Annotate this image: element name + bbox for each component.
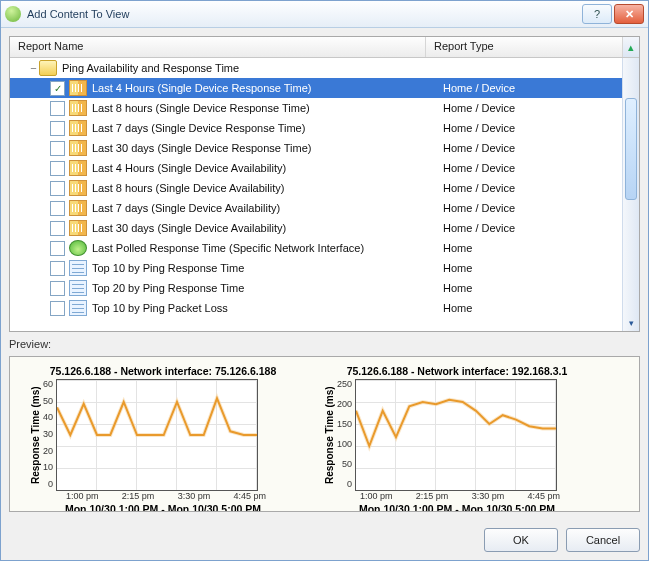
item-type: Home / Device <box>439 182 623 194</box>
list-item[interactable]: Last 8 hours (Single Device Response Tim… <box>10 98 623 118</box>
report-list: Report Name Report Type ▴ −Ping Availabi… <box>9 36 640 332</box>
table-icon <box>69 260 87 276</box>
checkbox[interactable] <box>50 101 65 116</box>
item-type: Home / Device <box>439 102 623 114</box>
chart-icon <box>69 140 87 156</box>
checkbox[interactable] <box>50 201 65 216</box>
list-item[interactable]: Last Polled Response Time (Specific Netw… <box>10 238 623 258</box>
item-type: Home / Device <box>439 142 623 154</box>
table-icon <box>69 300 87 316</box>
list-item[interactable]: Top 10 by Ping Packet LossHome <box>10 298 623 318</box>
vertical-scrollbar[interactable]: ▾ <box>622 58 639 331</box>
chart-icon <box>69 220 87 236</box>
list-item[interactable]: Top 10 by Ping Response TimeHome <box>10 258 623 278</box>
chart-title: 75.126.6.188 - Network interface: 192.16… <box>322 365 592 377</box>
item-type: Home / Device <box>439 162 623 174</box>
list-item[interactable]: Top 20 by Ping Response TimeHome <box>10 278 623 298</box>
ok-button[interactable]: OK <box>484 528 558 552</box>
close-button[interactable]: ✕ <box>614 4 644 24</box>
col-report-type[interactable]: Report Type <box>426 37 623 57</box>
item-label: Last 8 hours (Single Device Response Tim… <box>90 102 439 114</box>
plot-area <box>355 379 557 491</box>
list-item[interactable]: Last 8 hours (Single Device Availability… <box>10 178 623 198</box>
item-type: Home <box>439 302 623 314</box>
list-item[interactable]: Last 7 days (Single Device Response Time… <box>10 118 623 138</box>
col-report-name[interactable]: Report Name <box>10 37 426 57</box>
item-label: Last 8 hours (Single Device Availability… <box>90 182 439 194</box>
column-headers: Report Name Report Type ▴ <box>10 37 639 58</box>
preview-chart: 75.126.6.188 - Network interface: 75.126… <box>28 365 298 512</box>
item-type: Home / Device <box>439 202 623 214</box>
cancel-button[interactable]: Cancel <box>566 528 640 552</box>
checkbox[interactable] <box>50 181 65 196</box>
help-button[interactable]: ? <box>582 4 612 24</box>
folder-row[interactable]: −Ping Availability and Response Time <box>10 58 623 78</box>
item-type: Home / Device <box>439 122 623 134</box>
checkbox[interactable] <box>50 141 65 156</box>
item-type: Home <box>439 282 623 294</box>
chart-icon <box>69 120 87 136</box>
x-axis-ticks: 1:00 pm2:15 pm3:30 pm4:45 pm <box>66 491 266 501</box>
item-label: Last 30 days (Single Device Availability… <box>90 222 439 234</box>
item-type: Home / Device <box>439 222 623 234</box>
y-axis-label: Response Time (ms) <box>322 379 337 491</box>
list-item[interactable]: Last 4 Hours (Single Device Availability… <box>10 158 623 178</box>
item-type: Home <box>439 242 623 254</box>
x-axis-ticks: 1:00 pm2:15 pm3:30 pm4:45 pm <box>360 491 560 501</box>
chart-title: 75.126.6.188 - Network interface: 75.126… <box>28 365 298 377</box>
item-label: Top 10 by Ping Response Time <box>90 262 439 274</box>
plot-area <box>56 379 258 491</box>
tree: −Ping Availability and Response Time✓Las… <box>10 58 639 331</box>
checkbox[interactable] <box>50 281 65 296</box>
button-bar: OK Cancel <box>1 520 648 560</box>
dialog-body: Report Name Report Type ▴ −Ping Availabi… <box>1 28 648 520</box>
folder-label: Ping Availability and Response Time <box>60 62 439 74</box>
scroll-up-icon[interactable]: ▴ <box>623 37 639 57</box>
checkbox[interactable] <box>50 121 65 136</box>
checkbox[interactable] <box>50 161 65 176</box>
item-label: Last 4 Hours (Single Device Response Tim… <box>90 82 439 94</box>
item-label: Last 7 days (Single Device Response Time… <box>90 122 439 134</box>
folder-icon <box>39 60 57 76</box>
item-type: Home <box>439 262 623 274</box>
app-icon <box>5 6 21 22</box>
chart-footer: Mon 10/30 1:00 PM - Mon 10/30 5:00 PM <box>322 503 592 512</box>
scroll-down-icon[interactable]: ▾ <box>623 315 639 331</box>
scrollbar-thumb[interactable] <box>625 98 637 200</box>
preview-label: Preview: <box>9 336 640 352</box>
chart-icon <box>69 100 87 116</box>
chart-icon <box>69 160 87 176</box>
list-item[interactable]: ✓Last 4 Hours (Single Device Response Ti… <box>10 78 623 98</box>
checkbox[interactable] <box>50 301 65 316</box>
checkbox[interactable] <box>50 241 65 256</box>
checkbox[interactable] <box>50 261 65 276</box>
item-label: Last Polled Response Time (Specific Netw… <box>90 242 439 254</box>
collapse-icon[interactable]: − <box>28 62 39 74</box>
item-label: Last 30 days (Single Device Response Tim… <box>90 142 439 154</box>
item-type: Home / Device <box>439 82 623 94</box>
chart-footer: Mon 10/30 1:00 PM - Mon 10/30 5:00 PM <box>28 503 298 512</box>
list-item[interactable]: Last 7 days (Single Device Availability)… <box>10 198 623 218</box>
y-axis-ticks: 6050403020100 <box>43 379 56 489</box>
chart-icon <box>69 180 87 196</box>
item-label: Top 20 by Ping Response Time <box>90 282 439 294</box>
item-label: Last 4 Hours (Single Device Availability… <box>90 162 439 174</box>
gauge-icon <box>69 240 87 256</box>
table-icon <box>69 280 87 296</box>
chart-icon <box>69 200 87 216</box>
y-axis-ticks: 250200150100500 <box>337 379 355 489</box>
add-content-dialog: Add Content To View ? ✕ Report Name Repo… <box>0 0 649 561</box>
y-axis-label: Response Time (ms) <box>28 379 43 491</box>
preview-pane: 75.126.6.188 - Network interface: 75.126… <box>9 356 640 512</box>
item-label: Last 7 days (Single Device Availability) <box>90 202 439 214</box>
list-item[interactable]: Last 30 days (Single Device Response Tim… <box>10 138 623 158</box>
checkbox[interactable] <box>50 221 65 236</box>
item-label: Top 10 by Ping Packet Loss <box>90 302 439 314</box>
preview-chart: 75.126.6.188 - Network interface: 192.16… <box>322 365 592 512</box>
checkbox[interactable]: ✓ <box>50 81 65 96</box>
window-title: Add Content To View <box>27 8 582 20</box>
chart-icon <box>69 80 87 96</box>
titlebar[interactable]: Add Content To View ? ✕ <box>1 1 648 28</box>
list-item[interactable]: Last 30 days (Single Device Availability… <box>10 218 623 238</box>
